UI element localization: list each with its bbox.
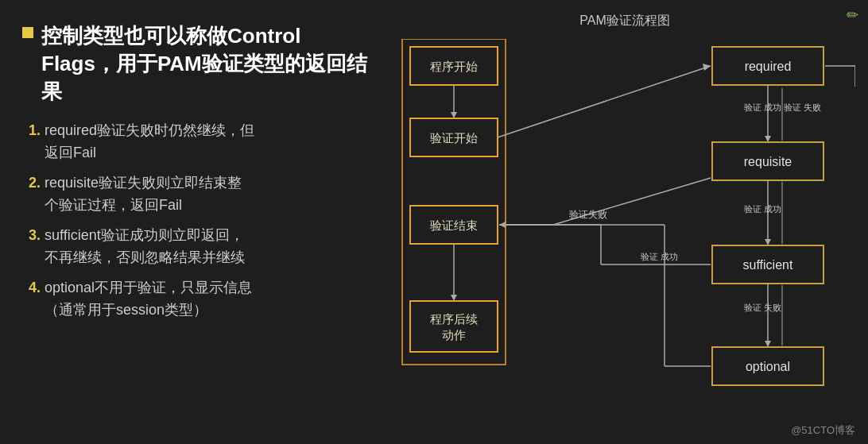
svg-text:验证结束: 验证结束	[430, 218, 478, 232]
flow-diagram-svg: 程序开始 验证开始 验证结束 程序后续 动作 required requisit…	[394, 39, 855, 404]
svg-text:验证 成功: 验证 成功	[744, 102, 781, 112]
svg-text:optional: optional	[746, 360, 790, 373]
svg-text:requisite: requisite	[744, 155, 792, 168]
list-item: 1. required验证失败时仍然继续，但 返回Fail	[29, 120, 367, 164]
title-bullet	[22, 27, 33, 38]
svg-rect-6	[410, 301, 498, 352]
svg-text:程序开始: 程序开始	[430, 60, 478, 73]
list-item: 2. requisite验证失败则立即结束整 个验证过程，返回Fail	[29, 172, 367, 217]
svg-marker-36	[765, 341, 771, 347]
svg-line-20	[498, 66, 711, 137]
diagram-title: PAM验证流程图	[579, 13, 669, 29]
svg-text:程序后续: 程序后续	[430, 312, 478, 326]
svg-marker-27	[765, 136, 771, 142]
list-item: 4. optional不用于验证，只显示信息 （通常用于session类型）	[29, 277, 367, 322]
svg-marker-21	[703, 64, 711, 71]
svg-text:验证 失败: 验证 失败	[784, 102, 821, 112]
svg-text:验证 成功: 验证 成功	[641, 252, 678, 261]
title-block: 控制类型也可以称做Control Flags，用于PAM验证类型的返回结果	[22, 22, 367, 106]
slide: 控制类型也可以称做Control Flags，用于PAM验证类型的返回结果 1.…	[0, 0, 868, 444]
pencil-icon: ✏	[847, 6, 858, 24]
svg-text:required: required	[745, 60, 792, 73]
watermark: @51CTO博客	[791, 423, 855, 438]
list-item: 3. sufficient验证成功则立即返回， 不再继续，否则忽略结果并继续	[29, 225, 367, 269]
right-panel: PAM验证流程图 ✏ 程序开始 验证开始 验证结束 程序后续 动作	[386, 0, 868, 444]
diagram-container: 程序开始 验证开始 验证结束 程序后续 动作 required requisit…	[394, 39, 855, 404]
svg-marker-19	[451, 112, 457, 118]
svg-marker-47	[451, 295, 457, 301]
left-panel: 控制类型也可以称做Control Flags，用于PAM验证类型的返回结果 1.…	[0, 0, 386, 444]
svg-text:验证开始: 验证开始	[430, 131, 478, 145]
svg-text:验证 失败: 验证 失败	[744, 303, 781, 312]
svg-marker-32	[765, 239, 771, 245]
svg-text:动作: 动作	[442, 328, 466, 342]
items-list: 1. required验证失败时仍然继续，但 返回Fail 2. requisi…	[22, 120, 367, 321]
svg-text:验证 成功: 验证 成功	[744, 204, 781, 214]
title-text: 控制类型也可以称做Control Flags，用于PAM验证类型的返回结果	[41, 22, 367, 106]
svg-text:验证失败: 验证失败	[569, 209, 607, 220]
svg-text:sufficient: sufficient	[743, 258, 793, 272]
